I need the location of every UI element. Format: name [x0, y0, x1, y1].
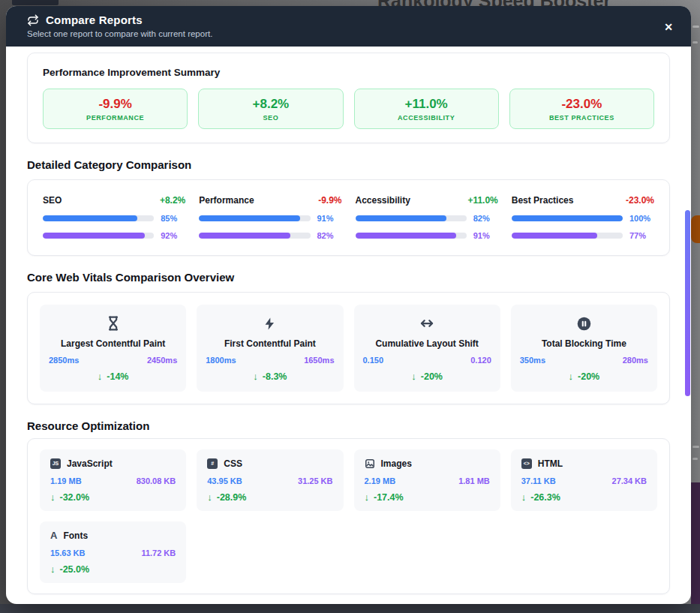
resource-change-value: -26.3% [530, 492, 560, 503]
summary-label: PERFORMANCE [86, 114, 144, 122]
current-report-bar: 85% [43, 214, 185, 223]
vital-card-fcp: First Contentful Paint 1800ms 1650ms ↓ -… [197, 305, 343, 392]
resource-after: 31.25 KB [298, 476, 332, 485]
category-column-accessibility: Accessibility +11.0% 82% 91% [356, 195, 498, 240]
summary-card-accessibility: +11.0% ACCESSIBILITY [354, 89, 499, 129]
vital-change: ↓ -8.3% [206, 371, 334, 382]
category-name: Performance [199, 195, 254, 206]
arrow-down-icon: ↓ [365, 491, 370, 503]
background-text-fragment [692, 26, 699, 28]
arrow-down-icon: ↓ [98, 371, 103, 382]
resource-name: HTML [538, 458, 563, 469]
close-icon[interactable]: ✕ [664, 22, 673, 32]
vital-card-tbt: Total Blocking Time 350ms 280ms ↓ -20% [511, 305, 657, 392]
bar-value: 92% [161, 231, 185, 240]
background-text-fragment [692, 458, 698, 460]
compare-icon [27, 14, 39, 26]
summary-label: SEO [263, 114, 278, 122]
vital-name: Total Blocking Time [520, 338, 648, 349]
compared-report-bar: 82% [199, 231, 341, 240]
summary-value: -23.0% [561, 97, 602, 112]
bar-value: 82% [317, 231, 342, 240]
resource-card-images: Images 2.19 MB 1.81 MB ↓ -17.4% [354, 449, 500, 511]
background-text-fragment [692, 41, 698, 44]
resource-change-value: -32.0% [60, 492, 90, 503]
vital-change-value: -14% [107, 371, 128, 382]
bar-value: 82% [473, 214, 498, 223]
bar-track [356, 215, 467, 221]
bar-track [356, 233, 467, 239]
pause-circle-icon [520, 314, 648, 332]
arrow-down-icon: ↓ [569, 371, 574, 382]
vital-change-value: -20% [421, 371, 443, 382]
vital-name: Cumulative Layout Shift [363, 338, 491, 349]
current-report-bar: 100% [512, 214, 654, 223]
background-logo [12, 0, 59, 5]
fonts-icon: A [50, 530, 57, 541]
bar-value: 77% [629, 231, 654, 240]
javascript-icon: JS [50, 458, 61, 469]
bar-track [199, 215, 310, 221]
modal-header: Compare Reports Select one report to com… [6, 6, 691, 47]
background-bottom-strip [0, 604, 700, 613]
resource-card-javascript: JS JavaScript 1.19 MB 830.08 KB ↓ -32.0% [40, 449, 186, 511]
vital-change: ↓ -14% [49, 371, 177, 382]
resource-before: 43.95 KB [207, 476, 242, 485]
bar-fill-compared [43, 233, 145, 239]
category-name: Best Practices [512, 195, 574, 206]
compared-report-bar: 91% [356, 231, 498, 240]
modal-subtitle: Select one report to compare with curren… [27, 29, 673, 38]
lightning-icon [206, 314, 334, 332]
bar-track [43, 215, 154, 221]
summary-card-best-practices: -23.0% BEST PRACTICES [509, 89, 654, 129]
arrow-down-icon: ↓ [411, 371, 416, 382]
current-report-bar: 91% [199, 214, 341, 223]
resource-card-css: # CSS 43.95 KB 31.25 KB ↓ -28.9% [197, 449, 343, 511]
bar-value: 91% [317, 214, 342, 223]
bar-track [512, 215, 623, 221]
category-delta: +11.0% [467, 195, 497, 206]
bar-value: 100% [629, 214, 654, 223]
vital-name: First Contentful Paint [206, 338, 334, 349]
vital-card-lcp: Largest Contentful Paint 2850ms 2450ms ↓… [40, 305, 186, 392]
resource-before: 37.11 KB [521, 476, 556, 485]
category-name: Accessibility [356, 195, 410, 206]
vital-change-value: -20% [578, 371, 599, 382]
summary-title: Performance Improvement Summary [43, 67, 654, 78]
category-name: SEO [43, 195, 62, 206]
background-orange-button-edge [691, 215, 700, 243]
compare-reports-modal: Compare Reports Select one report to com… [6, 6, 691, 604]
summary-label: ACCESSIBILITY [398, 114, 455, 122]
summary-value: +8.2% [253, 97, 290, 112]
vital-after: 2450ms [147, 356, 177, 365]
bar-fill-compared [512, 233, 597, 239]
arrow-down-icon: ↓ [253, 371, 258, 382]
resource-change: ↓ -25.0% [50, 563, 176, 575]
resource-before: 2.19 MB [365, 476, 396, 485]
bar-fill-compared [199, 233, 290, 239]
resource-name: CSS [224, 458, 242, 469]
vital-before: 0.150 [363, 356, 384, 365]
bar-fill-compared [356, 233, 457, 239]
background-text-fragment [692, 446, 699, 448]
bar-track [512, 233, 623, 239]
vitals-heading: Core Web Vitals Comparison Overview [27, 271, 670, 284]
bar-fill-current [356, 215, 447, 221]
category-delta: +8.2% [160, 195, 185, 206]
categories-heading: Detailed Category Comparison [27, 158, 670, 171]
summary-card-seo: +8.2% SEO [198, 89, 343, 129]
bar-fill-current [43, 215, 137, 221]
modal-title: Compare Reports [46, 14, 143, 26]
vital-before: 350ms [520, 356, 545, 365]
modal-scrollbar[interactable] [685, 210, 690, 396]
vital-name: Largest Contentful Paint [49, 338, 177, 349]
resource-name: Images [381, 458, 412, 469]
resource-name: Fonts [63, 530, 88, 541]
resource-before: 15.63 KB [50, 548, 85, 557]
resource-after: 11.72 KB [141, 548, 176, 557]
resource-change: ↓ -17.4% [365, 491, 490, 503]
arrow-down-icon: ↓ [50, 563, 56, 575]
category-column-performance: Performance -9.9% 91% 82% [199, 195, 341, 240]
arrow-down-icon: ↓ [50, 491, 56, 503]
bar-track [199, 233, 310, 239]
